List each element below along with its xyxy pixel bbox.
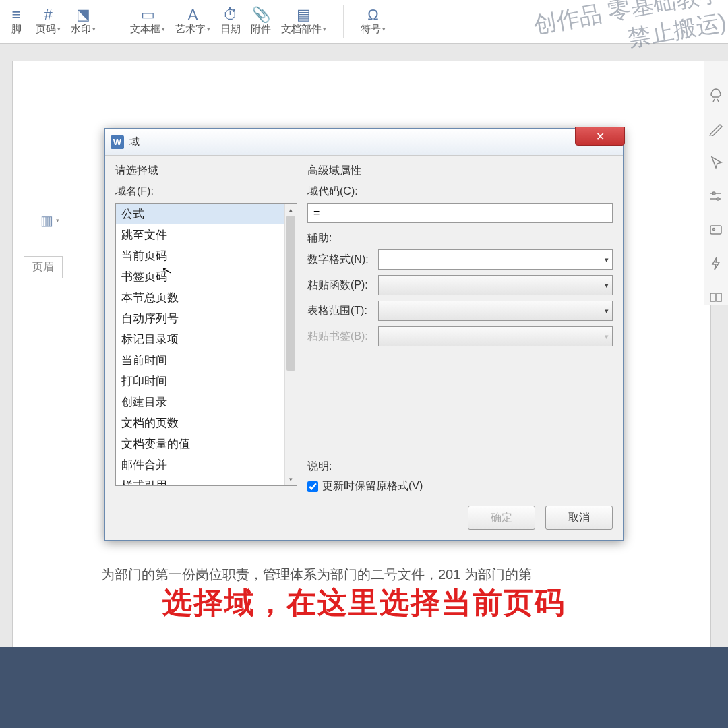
header-region-label: 页眉 [24, 256, 63, 278]
image-icon[interactable] [708, 222, 723, 237]
assist-label: 辅助: [307, 231, 613, 245]
list-item[interactable]: 书签页码 [116, 266, 284, 287]
list-item[interactable]: 本节总页数 [116, 287, 284, 308]
list-item[interactable]: 创建目录 [116, 392, 284, 413]
svg-rect-2 [710, 226, 721, 234]
paste-bookmark-label: 粘贴书签(B): [307, 330, 378, 344]
list-item[interactable]: 文档的页数 [116, 413, 284, 433]
paste-func-label: 粘贴函数(P): [307, 278, 378, 293]
cancel-button[interactable]: 取消 [545, 506, 613, 530]
num-format-label: 数字格式(N): [307, 253, 378, 267]
right-sidebar [704, 61, 728, 305]
scrollbar[interactable]: ▴ ▾ [284, 204, 297, 485]
list-item[interactable]: 打印时间 [116, 371, 284, 392]
scroll-thumb[interactable] [286, 216, 295, 371]
keep-format-label: 更新时保留原格式(V) [322, 479, 423, 493]
close-button[interactable]: ✕ [575, 127, 625, 146]
pencil-icon[interactable] [708, 121, 723, 136]
dialog-title-text: 域 [129, 135, 140, 148]
tool-date[interactable]: ⏱日期 [220, 8, 241, 36]
list-item[interactable]: 公式 [116, 204, 284, 224]
field-code-label: 域代码(C): [307, 185, 613, 199]
tool-page-number[interactable]: #页码▾ [36, 8, 61, 36]
footer-bar [0, 647, 728, 728]
tool-symbol[interactable]: Ω符号▾ [361, 8, 386, 36]
scroll-down-button[interactable]: ▾ [285, 473, 297, 485]
table-range-combo[interactable]: ▾ [378, 301, 613, 321]
paste-bookmark-combo: ▾ [378, 326, 613, 346]
keep-format-checkbox[interactable] [307, 481, 318, 492]
instruction-annotation: 选择域，在这里选择当前页码 [0, 583, 728, 623]
book-icon[interactable] [708, 290, 723, 305]
tool-attachment[interactable]: 📎附件 [251, 8, 271, 36]
list-item[interactable]: 标记目录项 [116, 329, 284, 350]
svg-point-3 [713, 229, 715, 231]
tool-textbox[interactable]: ▭文本框▾ [130, 8, 165, 36]
tool-watermark[interactable]: ⬔水印▾ [71, 8, 96, 36]
list-item[interactable]: 自动序列号 [116, 308, 284, 329]
field-name-label: 域名(F): [115, 185, 297, 199]
list-item[interactable]: 当前页码 [116, 245, 284, 266]
cursor-icon[interactable] [708, 155, 723, 170]
description-label: 说明: [307, 460, 613, 474]
table-range-label: 表格范围(T): [307, 304, 378, 318]
sliders-icon[interactable] [708, 189, 723, 204]
paste-func-combo[interactable]: ▾ [378, 275, 613, 295]
field-dialog: W 域 ✕ 请选择域 域名(F): 公式 跳至文件 当前页码 书签页码 本节总页… [104, 128, 624, 541]
rocket-icon[interactable] [708, 88, 723, 102]
scroll-up-button[interactable]: ▴ [285, 204, 297, 216]
tool-doc-parts[interactable]: ▤文档部件▾ [281, 8, 326, 36]
list-item[interactable]: 样式引用 [116, 475, 284, 486]
list-item[interactable]: 邮件合并 [116, 454, 284, 475]
list-item[interactable]: 当前时间 [116, 350, 284, 371]
dialog-titlebar[interactable]: W 域 ✕ [105, 129, 623, 156]
watermark-text: 创作品 零基础教学 禁止搬运) [531, 0, 728, 69]
select-field-label: 请选择域 [115, 164, 297, 178]
list-item[interactable]: 文档变量的值 [116, 433, 284, 454]
page-gutter-icon[interactable]: ▥ ▾ [40, 212, 59, 229]
list-item[interactable]: 跳至文件 [116, 224, 284, 245]
ok-button[interactable]: 确定 [468, 506, 535, 530]
num-format-combo[interactable]: ▾ [378, 249, 613, 270]
tool-wordart[interactable]: A艺术字▾ [175, 8, 210, 36]
tool-footer[interactable]: ≡脚 [7, 8, 26, 36]
field-listbox[interactable]: 公式 跳至文件 当前页码 书签页码 本节总页数 自动序列号 标记目录项 当前时间… [115, 203, 297, 486]
bolt-icon[interactable] [708, 256, 723, 271]
field-code-input[interactable] [307, 203, 613, 223]
app-w-icon: W [111, 135, 124, 149]
advanced-props-label: 高级域属性 [307, 164, 613, 178]
